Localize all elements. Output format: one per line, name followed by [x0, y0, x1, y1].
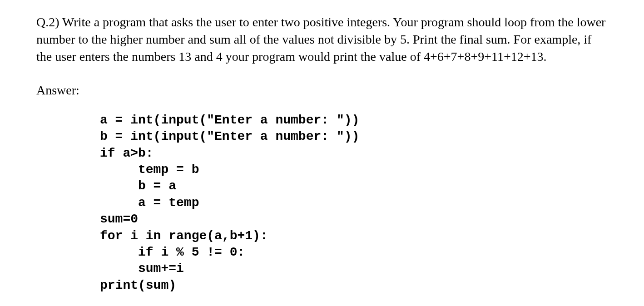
code-line: print(sum)	[100, 278, 176, 292]
code-block: a = int(input("Enter a number: ")) b = i…	[100, 95, 608, 294]
question-text: Q.2) Write a program that asks the user …	[36, 14, 608, 65]
code-line: if i % 5 != 0:	[100, 245, 245, 259]
code-line: b = a	[100, 179, 176, 193]
code-line: temp = b	[100, 163, 199, 177]
code-line: a = temp	[100, 196, 199, 210]
code-line: sum=0	[100, 212, 138, 226]
code-line: sum+=i	[100, 262, 184, 276]
code-line: for i in range(a,b+1):	[100, 229, 268, 243]
code-line: if a>b:	[100, 146, 154, 160]
code-line: a = int(input("Enter a number: "))	[100, 113, 359, 127]
code-line: b = int(input("Enter a number: "))	[100, 129, 359, 143]
